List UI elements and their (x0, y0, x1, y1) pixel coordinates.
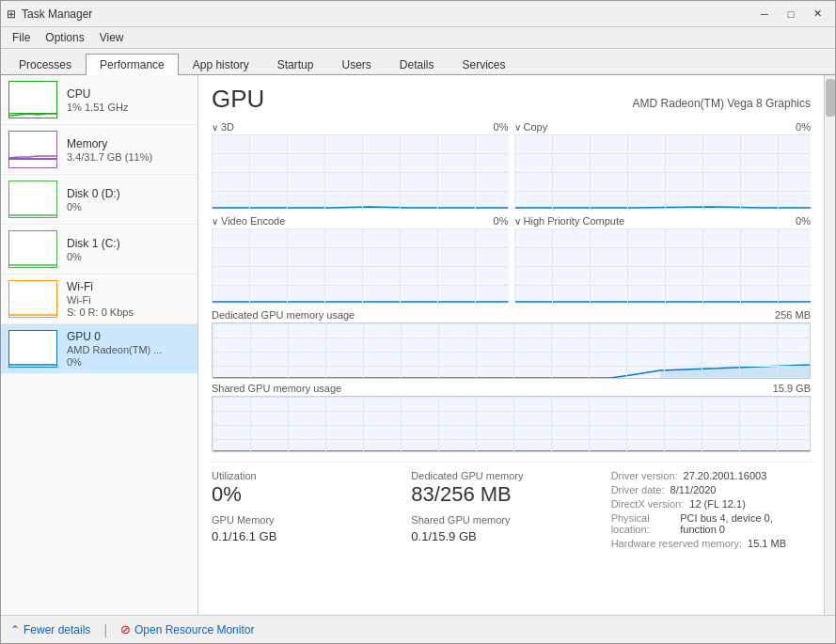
graph-video-encode-canvas (212, 228, 509, 304)
sidebar-item-disk0[interactable]: Disk 0 (D:) 0% (1, 175, 197, 225)
graph-3d-label-row: ∨ 3D 0% (212, 121, 509, 133)
gpu0-label: GPU 0 (67, 330, 190, 343)
driver-date-label: Driver date: (611, 484, 665, 495)
shared-memory-section: Shared GPU memory usage 15.9 GB (212, 383, 811, 452)
sidebar-item-memory[interactable]: Memory 3.4/31.7 GB (11%) (1, 125, 197, 175)
shared-memory-label-row: Shared GPU memory usage 15.9 GB (212, 383, 811, 394)
graph-high-priority-svg (514, 228, 812, 304)
tab-performance[interactable]: Performance (86, 54, 179, 75)
tab-startup[interactable]: Startup (263, 54, 328, 75)
graph-video-encode-label-row: ∨ Video Encode 0% (212, 215, 509, 227)
bottom-bar: ⌃ Fewer details | ⊘ Open Resource Monito… (1, 615, 835, 643)
graph-3d-label: ∨ 3D (212, 121, 234, 133)
memory-info: Memory 3.4/31.7 GB (11%) (67, 137, 190, 163)
gpu-full-name: AMD Radeon(TM) Vega 8 Graphics (633, 97, 811, 110)
fewer-details-link[interactable]: ⌃ Fewer details (10, 623, 90, 636)
tab-processes[interactable]: Processes (5, 54, 86, 75)
graph-high-priority-pct: 0% (796, 215, 811, 227)
disk1-label: Disk 1 (C:) (67, 237, 190, 250)
tab-users[interactable]: Users (327, 54, 385, 75)
resource-monitor-icon: ⊘ (120, 622, 131, 636)
sidebar-item-disk1[interactable]: Disk 1 (C:) 0% (1, 225, 197, 275)
graph-video-encode-svg (212, 228, 509, 304)
disk0-label: Disk 0 (D:) (67, 187, 190, 200)
disk0-detail: 0% (67, 201, 190, 212)
graph-copy-svg (514, 134, 812, 210)
close-button[interactable]: ✕ (805, 5, 829, 24)
tab-details[interactable]: Details (386, 54, 449, 75)
stats-col-3: Driver version: 27.20.2001.16003 Driver … (611, 470, 811, 552)
menu-file[interactable]: File (5, 29, 38, 46)
disk1-info: Disk 1 (C:) 0% (67, 237, 190, 262)
chevron-high-priority-icon: ∨ (514, 216, 521, 227)
graph-copy-pct: 0% (796, 121, 811, 133)
svg-marker-0 (660, 365, 810, 379)
graph-high-priority-label: ∨ High Priority Compute (514, 215, 625, 227)
driver-date-value: 8/11/2020 (670, 484, 717, 495)
wifi-detail1: Wi-Fi (67, 294, 190, 306)
shared-gpu-value: 0.1/15.9 GB (411, 529, 592, 544)
memory-sparkline (9, 132, 56, 167)
graph-copy-container: ∨ Copy 0% (514, 121, 812, 210)
minimize-button[interactable]: ─ (752, 5, 777, 24)
task-manager-window: ⊞ Task Manager ─ □ ✕ File Options View P… (0, 0, 836, 644)
shared-memory-svg (213, 397, 810, 452)
cpu-detail: 1% 1.51 GHz (67, 102, 190, 113)
tab-app-history[interactable]: App history (179, 54, 263, 75)
dedicated-memory-max: 256 MB (775, 309, 811, 321)
stats-col-1: Utilization 0% GPU Memory 0.1/16.1 GB (212, 470, 411, 552)
cpu-label: CPU (67, 87, 190, 101)
content-area: GPU AMD Radeon(TM) Vega 8 Graphics ∨ 3D … (198, 75, 824, 615)
sidebar-item-cpu[interactable]: CPU 1% 1.51 GHz (1, 75, 197, 125)
wifi-detail2: S: 0 R: 0 Kbps (67, 306, 190, 318)
wifi-thumbnail (8, 280, 57, 318)
cpu-sparkline (9, 82, 56, 118)
tab-services[interactable]: Services (449, 54, 520, 75)
memory-label: Memory (67, 137, 190, 150)
utilization-value: 0% (212, 482, 392, 507)
driver-version-value: 27.20.2001.16003 (684, 470, 767, 481)
directx-value: 12 (FL 12.1) (689, 498, 746, 510)
menu-view[interactable]: View (92, 29, 132, 46)
cpu-info: CPU 1% 1.51 GHz (67, 87, 190, 113)
open-resource-monitor-link[interactable]: ⊘ Open Resource Monitor (120, 622, 254, 636)
scrollbar-thumb[interactable] (826, 79, 835, 117)
physical-location-value: PCI bus 4, device 0, function 0 (680, 512, 792, 535)
sidebar: CPU 1% 1.51 GHz Memory 3.4/31.7 GB (11%) (1, 75, 198, 615)
wifi-label: Wi-Fi (67, 280, 190, 293)
dedicated-memory-label: Dedicated GPU memory usage (212, 309, 355, 321)
dedicated-memory-section: Dedicated GPU memory usage 256 MB (212, 309, 811, 379)
sidebar-item-gpu0[interactable]: GPU 0 AMD Radeon(TM) ... 0% (1, 324, 197, 374)
chevron-video-encode-icon: ∨ (212, 216, 218, 227)
graph-3d-canvas (212, 134, 509, 210)
graph-video-encode-label: ∨ Video Encode (212, 215, 285, 227)
graphs-row-2: ∨ Video Encode 0% ∨ (212, 215, 811, 304)
graph-video-encode-container: ∨ Video Encode 0% (212, 215, 509, 304)
shared-memory-label: Shared GPU memory usage (212, 383, 341, 394)
graph-high-priority-canvas (514, 228, 812, 304)
tabs-bar: Processes Performance App history Startu… (1, 49, 835, 75)
sidebar-item-wifi[interactable]: Wi-Fi Wi-Fi S: 0 R: 0 Kbps (1, 275, 197, 324)
memory-detail: 3.4/31.7 GB (11%) (67, 151, 190, 163)
gpu-title: GPU (212, 85, 264, 114)
app-icon: ⊞ (7, 8, 16, 21)
graph-video-encode-pct: 0% (494, 215, 509, 227)
scrollbar-track[interactable] (824, 75, 835, 615)
main-area: CPU 1% 1.51 GHz Memory 3.4/31.7 GB (11%) (1, 75, 835, 615)
hardware-reserved-value: 15.1 MB (748, 538, 786, 549)
shared-gpu-label: Shared GPU memory (411, 514, 592, 526)
shared-memory-graph (212, 396, 811, 452)
dedicated-memory-graph (212, 322, 811, 379)
hardware-reserved-label: Hardware reserved memory: (611, 538, 742, 549)
directx-label: DirectX version: (611, 498, 685, 510)
wifi-sparkline (9, 281, 56, 317)
maximize-button[interactable]: □ (779, 5, 803, 24)
gpu0-sparkline (9, 331, 56, 367)
graph-3d-pct: 0% (494, 121, 509, 133)
dedicated-gpu-label: Dedicated GPU memory (411, 470, 592, 481)
disk0-info: Disk 0 (D:) 0% (67, 187, 190, 212)
graph-high-priority-label-row: ∨ High Priority Compute 0% (514, 215, 812, 227)
shared-memory-max: 15.9 GB (773, 383, 811, 394)
chevron-up-icon: ⌃ (10, 623, 20, 636)
menu-options[interactable]: Options (38, 29, 91, 46)
